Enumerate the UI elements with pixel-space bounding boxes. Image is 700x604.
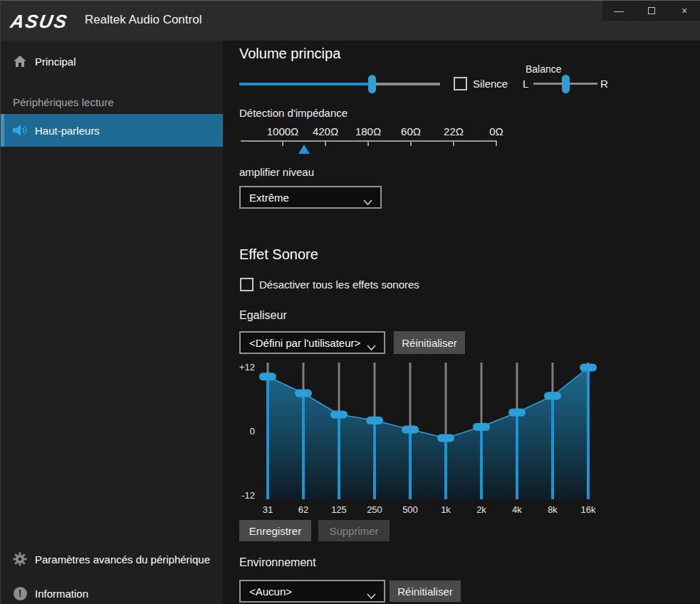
disable-effects-checkbox[interactable] — [240, 278, 254, 291]
eq-frequency-label: 16k — [570, 504, 606, 515]
volume-section-title: Volume principa — [239, 46, 340, 62]
volume-slider[interactable] — [239, 75, 440, 93]
sidebar-item-principal[interactable]: Principal — [1, 46, 223, 76]
sidebar-item-label: Principal — [35, 56, 76, 68]
eq-band-thumb[interactable] — [366, 417, 383, 425]
app-title: Realtek Audio Control — [85, 13, 202, 27]
minimize-button[interactable]: — — [602, 1, 635, 21]
impedance-scale-tick — [496, 140, 497, 146]
eq-frequency-label: 1k — [428, 504, 464, 515]
eq-band-thumb[interactable] — [295, 390, 312, 397]
eq-band-thumb[interactable] — [544, 392, 561, 400]
environment-select[interactable]: <Aucun> — [239, 580, 385, 603]
sidebar-item-label: Information — [35, 588, 88, 600]
eq-frequency-label: 4k — [499, 504, 535, 515]
eq-frequency-label: 8k — [535, 504, 570, 515]
eq-band-thumb[interactable] — [330, 411, 348, 419]
impedance-label: Détection d'impédance — [239, 107, 348, 119]
sidebar: Principal Périphériques lecture Haut-par… — [1, 41, 223, 604]
equalizer-label: Egaliseur — [239, 309, 287, 322]
eq-band-thumb[interactable] — [437, 434, 454, 442]
sidebar-item-advanced-settings[interactable]: Paramètres avancés du périphérique — [1, 549, 223, 569]
impedance-pointer-icon — [298, 145, 310, 154]
asus-logo: ASUS — [9, 11, 70, 33]
impedance-scale-label: 420Ω — [304, 125, 347, 137]
eq-band-thumb[interactable] — [473, 423, 490, 431]
app-window: ASUS Realtek Audio Control — × Principal… — [0, 0, 700, 604]
sidebar-item-speakers[interactable]: Haut-parleurs — [1, 114, 223, 147]
impedance-scale-tick — [282, 140, 283, 146]
eq-frequency-label: 62 — [286, 504, 321, 515]
silence-label: Silence — [473, 78, 508, 90]
maximize-button[interactable] — [635, 1, 668, 21]
environment-label: Environnement — [239, 556, 316, 569]
impedance-scale-label: 1000Ω — [261, 125, 304, 137]
main-panel: Volume principa Silence Balance L R Déte… — [223, 41, 700, 604]
impedance-scale-label: 22Ω — [432, 125, 475, 137]
close-button[interactable]: × — [668, 1, 700, 21]
home-icon — [12, 55, 28, 68]
balance-label: Balance — [526, 63, 562, 75]
disable-effects-label: Désactiver tous les effets sonores — [259, 278, 419, 291]
maximize-icon — [648, 7, 655, 14]
eq-band-thumb[interactable] — [402, 426, 419, 434]
impedance-scale-label: 0Ω — [475, 125, 518, 137]
sound-effect-title: Effet Sonore — [239, 246, 318, 263]
sidebar-item-label: Paramètres avancés du périphérique — [35, 553, 210, 566]
eq-frequency-label: 500 — [392, 504, 428, 515]
close-icon: × — [681, 5, 687, 16]
eq-frequency-label: 125 — [321, 504, 357, 515]
impedance-scale-tick — [325, 140, 326, 146]
eq-band-thumb[interactable] — [580, 364, 597, 372]
window-controls: — × — [602, 1, 700, 21]
chevron-down-icon — [367, 590, 376, 602]
impedance-scale-label: 180Ω — [347, 125, 390, 137]
sidebar-item-label: Haut-parleurs — [35, 125, 100, 137]
eq-frequency-label: 2k — [464, 504, 499, 515]
equalizer-chart[interactable]: +120-1231621252505001k2k4k8k16k — [239, 360, 599, 517]
equalizer-preset-select[interactable]: <Défini par l'utilisateur> — [239, 331, 385, 354]
impedance-scale-label: 60Ω — [390, 125, 432, 137]
minimize-icon: — — [614, 5, 624, 16]
impedance-scale: 1000Ω420Ω180Ω60Ω22Ω0Ω — [241, 125, 497, 157]
info-icon: ! — [12, 587, 28, 600]
amplifier-level-select[interactable]: Extrême — [239, 186, 382, 209]
environment-reset-button[interactable]: Réinitialiser — [390, 580, 461, 602]
balance-right-label: R — [600, 78, 608, 90]
eq-y-axis-label: -12 — [237, 490, 255, 501]
equalizer-save-button[interactable]: Enregistrer — [239, 520, 311, 541]
sidebar-section-playback-devices: Périphériques lecture — [13, 96, 114, 108]
amplifier-level-value: Extrême — [249, 192, 289, 204]
eq-band-thumb[interactable] — [259, 373, 276, 380]
title-bar: ASUS Realtek Audio Control — × — [1, 1, 700, 41]
equalizer-delete-button[interactable]: Supprimer — [318, 520, 390, 541]
balance-slider[interactable] — [533, 75, 597, 93]
gear-icon — [12, 552, 28, 566]
balance-slider-thumb[interactable] — [562, 75, 570, 93]
eq-y-axis-label: +12 — [237, 362, 255, 373]
volume-slider-thumb[interactable] — [368, 75, 376, 93]
balance-left-label: L — [523, 78, 528, 90]
eq-y-axis-label: 0 — [237, 426, 255, 437]
impedance-scale-tick — [410, 140, 412, 146]
sidebar-item-information[interactable]: ! Information — [1, 583, 223, 603]
speaker-icon — [12, 124, 28, 137]
equalizer-preset-value: <Défini par l'utilisateur> — [249, 337, 360, 349]
equalizer-reset-button[interactable]: Réinitialiser — [394, 331, 465, 354]
silence-checkbox[interactable] — [454, 77, 467, 90]
eq-band-thumb[interactable] — [508, 409, 526, 417]
environment-value: <Aucun> — [249, 585, 292, 598]
volume-slider-fill — [239, 83, 372, 85]
eq-frequency-label: 250 — [357, 504, 392, 515]
impedance-scale-tick — [367, 140, 369, 146]
impedance-scale-line — [241, 140, 497, 142]
amplifier-level-label: amplifier niveau — [239, 166, 314, 178]
impedance-scale-tick — [453, 140, 454, 146]
eq-frequency-label: 31 — [250, 504, 286, 515]
chevron-down-icon — [367, 341, 376, 353]
chevron-down-icon — [363, 196, 372, 208]
